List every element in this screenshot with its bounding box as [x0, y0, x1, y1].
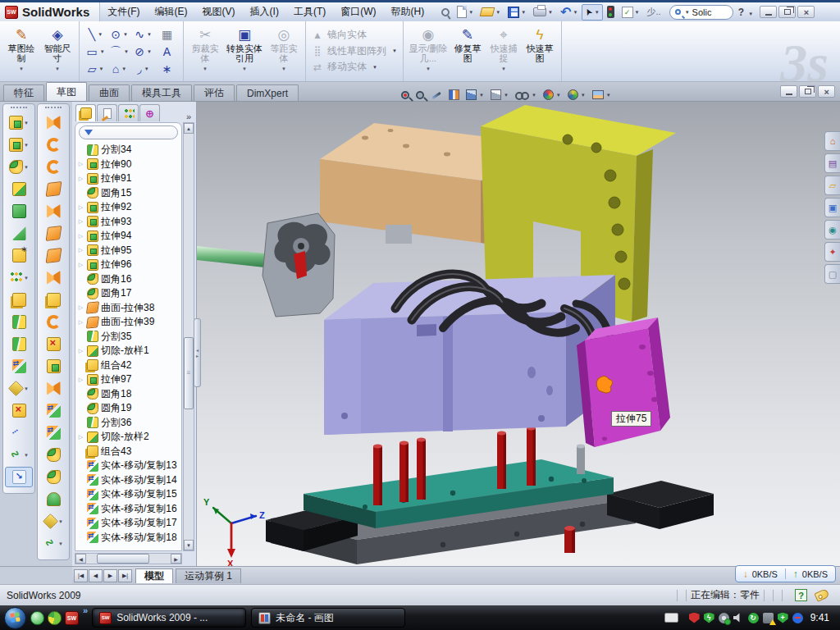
surface-patch-button[interactable] [39, 445, 67, 465]
view-orientation-button[interactable]: ▼ [464, 89, 486, 101]
tree-item[interactable]: ▷曲面-拉伸38 [75, 301, 181, 316]
surface-offset-button[interactable] [39, 223, 67, 244]
dimxpert-manager-tab[interactable]: ⊕ [139, 104, 160, 121]
expand-arrow-icon[interactable]: ▷ [77, 262, 84, 268]
expand-arrow-icon[interactable]: ▷ [77, 434, 84, 441]
doc-minimize-button[interactable] [780, 85, 797, 98]
polygon-button[interactable]: ⌂▼ [112, 62, 126, 75]
draft-button[interactable] [5, 223, 33, 244]
keyboard-layout-icon[interactable] [664, 613, 678, 623]
expand-arrow-icon[interactable]: ▷ [77, 161, 84, 167]
tree-item[interactable]: ▷拉伸91 [75, 171, 181, 186]
tree-item[interactable]: 圆角19 [75, 401, 181, 416]
arc-button[interactable]: ⌒▼ [110, 45, 129, 58]
scroll-thumb[interactable]: ≡ [184, 337, 194, 409]
shield-plus-tray-icon[interactable]: + [778, 613, 788, 623]
tree-tabs-more-button[interactable]: » [183, 112, 194, 121]
hide-show-items-button[interactable]: ▼ [514, 90, 538, 99]
overflow-button[interactable]: 少.. [644, 4, 664, 21]
help-button[interactable]: ? ▼ [738, 7, 754, 18]
taskbar-task-paint[interactable]: 未命名 - 画图 [251, 608, 405, 628]
tab-模具工具[interactable]: 模具工具 [131, 84, 192, 101]
tab-特征[interactable]: 特征 [3, 84, 44, 101]
insert-part-button[interactable]: ▼ [5, 378, 33, 399]
tree-item[interactable]: 实体-移动/复制18 [75, 531, 181, 546]
open-button[interactable]: ▼ [477, 4, 504, 21]
tag-icon[interactable] [814, 588, 829, 602]
surface-move-button[interactable] [39, 400, 67, 421]
composite-curve-button[interactable] [5, 422, 33, 443]
minimize-button[interactable] [760, 6, 777, 18]
menu-item[interactable]: 插入(I) [243, 2, 286, 21]
sprue-rod[interactable] [197, 246, 272, 268]
hole-wizard-button[interactable] [5, 245, 33, 266]
status-help-icon[interactable]: ? [795, 589, 807, 601]
menu-item[interactable]: 视图(V) [195, 2, 243, 21]
tree-vertical-scrollbar[interactable]: ▲ ≡ ▼ [183, 122, 194, 551]
tab-评估[interactable]: 评估 [194, 84, 235, 101]
surface-wrap-button[interactable] [39, 378, 67, 399]
last-tab-button[interactable]: ▶| [118, 569, 132, 582]
tree-item[interactable]: 实体-移动/复制16 [75, 502, 181, 517]
menu-item[interactable]: 编辑(E) [148, 2, 195, 21]
fillet-button[interactable]: ▼ [5, 157, 33, 177]
tree-item[interactable]: 分割35 [75, 330, 181, 345]
快速草图-button[interactable]: ϟ快速草图 [523, 25, 557, 64]
section-view-button[interactable] [447, 89, 461, 101]
expand-arrow-icon[interactable]: ▷ [77, 348, 84, 354]
feature-manager-tab[interactable] [75, 104, 96, 121]
messenger-quicklaunch-button[interactable] [30, 611, 44, 625]
doc-close-button[interactable]: × [818, 85, 835, 98]
file-explorer-tab[interactable]: ▱ [824, 176, 840, 195]
草图绘制-button[interactable]: ✎草图绘制▼ [4, 25, 39, 75]
photoworks-tab[interactable]: ✦ [824, 242, 840, 262]
spline-surface-button[interactable]: ▼ [39, 533, 67, 554]
tree-item[interactable]: 实体-移动/复制15 [75, 487, 181, 502]
tree-item[interactable]: 实体-移动/复制17 [75, 516, 181, 531]
surface-dome-button[interactable] [39, 489, 67, 509]
expand-arrow-icon[interactable]: ▷ [77, 304, 84, 311]
point-button[interactable]: ∗ [162, 62, 172, 75]
taskbar-clock[interactable]: 9:41 [810, 612, 829, 623]
ellipse-button[interactable]: ⊘▼ [135, 45, 152, 58]
360-safety-quicklaunch-button[interactable] [48, 611, 62, 625]
tree-item[interactable]: 圆角16 [75, 272, 181, 287]
configuration-manager-tab[interactable] [118, 104, 139, 121]
surface-mid-button[interactable] [39, 201, 67, 221]
doc-restore-button[interactable] [799, 85, 816, 98]
line-button[interactable]: ╲▼ [89, 28, 103, 41]
智能尺寸-button[interactable]: ◈智能尺寸▼ [40, 25, 75, 75]
expand-arrow-icon[interactable]: ▷ [77, 218, 84, 225]
insert-feature-button[interactable]: ▼ [39, 511, 67, 532]
appearances-tab[interactable]: ◉ [824, 220, 840, 240]
expand-arrow-icon[interactable]: ▷ [77, 204, 84, 211]
rectangle-button[interactable]: ▭▼ [86, 45, 104, 58]
undo-button[interactable]: ↶▼ [557, 4, 581, 21]
extrude-cut-button[interactable]: ▼ [5, 135, 33, 155]
sync-tray-icon[interactable]: ↻ [748, 613, 759, 623]
delete-body-button[interactable] [5, 400, 33, 421]
measure-button[interactable] [5, 467, 33, 487]
expand-arrow-icon[interactable]: ▷ [77, 319, 84, 326]
start-button[interactable] [4, 607, 26, 629]
split-button[interactable] [5, 312, 33, 332]
new-document-button[interactable]: ▼ [454, 4, 477, 21]
tree-item[interactable]: ▷拉伸95 [75, 244, 181, 258]
taskbar-task-solidworks[interactable]: SWSolidWorks 2009 - ... [92, 608, 246, 628]
scroll-right-button[interactable]: ▶ [171, 554, 181, 564]
speaker-tray-icon[interactable] [733, 613, 744, 623]
scroll-down-button[interactable]: ▼ [184, 540, 194, 550]
tab-DimXpert[interactable]: DimXpert [236, 84, 299, 101]
display-style-button[interactable]: ▼ [489, 89, 510, 101]
转换实体引用-button[interactable]: ▣转换实体引用▼ [224, 25, 265, 75]
tree-item[interactable]: ▷拉伸96 [75, 258, 181, 272]
tree-item[interactable]: ▷拉伸92 [75, 200, 181, 215]
design-library-tab[interactable]: ▤ [824, 153, 840, 173]
surface-loft-button[interactable] [39, 179, 67, 199]
scroll-up-button[interactable]: ▲ [184, 123, 194, 134]
tree-item[interactable]: ▷切除-放样2 [75, 430, 181, 445]
surface-replace-button[interactable] [39, 422, 67, 443]
surface-flex-button[interactable] [39, 312, 67, 332]
prev-tab-button[interactable]: ◀ [89, 569, 103, 582]
red-shield-tray-icon[interactable] [689, 613, 700, 623]
